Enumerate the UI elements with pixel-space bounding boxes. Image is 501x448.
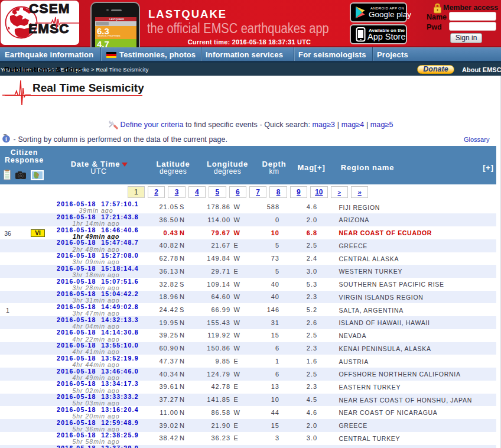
svg-text:i: i [5,136,7,142]
